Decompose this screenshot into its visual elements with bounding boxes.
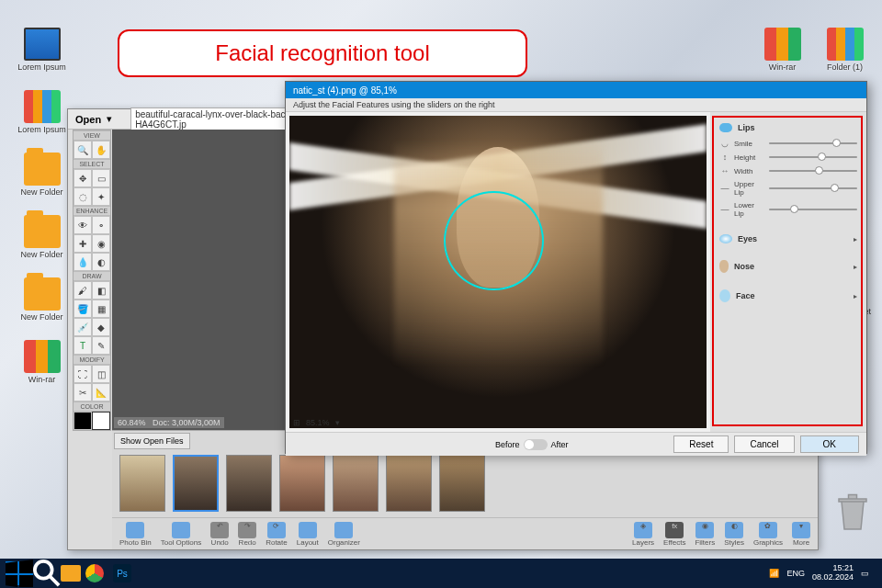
fill-tool-icon[interactable]: 🪣 bbox=[74, 300, 92, 318]
organizer-button[interactable]: Organizer bbox=[328, 522, 360, 547]
thumb[interactable] bbox=[119, 455, 165, 512]
cookie-tool-icon[interactable]: ✂ bbox=[74, 383, 92, 401]
nose-icon bbox=[719, 260, 729, 273]
thumb[interactable] bbox=[279, 455, 325, 512]
cancel-button[interactable]: Cancel bbox=[734, 435, 794, 453]
crop-tool-icon[interactable]: ⛶ bbox=[74, 365, 92, 383]
search-button[interactable] bbox=[33, 561, 61, 585]
text-tool-icon[interactable]: T bbox=[74, 336, 92, 355]
tray-wifi-icon[interactable]: 📶 bbox=[769, 569, 779, 578]
face-icon bbox=[719, 289, 730, 302]
undo-button[interactable]: ↶Undo bbox=[210, 522, 229, 547]
callout-text: Facial recognition tool bbox=[215, 40, 429, 66]
desktop-icon-winrar[interactable]: Win-rar bbox=[17, 340, 67, 384]
toolbox: VIEW 🔍✋ SELECT ✥▭ ◌✦ ENHANCE 👁⚬ ✚◉ 💧◐ DR… bbox=[73, 130, 111, 431]
start-button[interactable] bbox=[6, 561, 33, 585]
trash-icon[interactable] bbox=[836, 492, 869, 533]
sponge-tool-icon[interactable]: ◐ bbox=[92, 253, 110, 271]
redo-button[interactable]: ↷Redo bbox=[238, 522, 256, 547]
tool-options-button[interactable]: Tool Options bbox=[161, 522, 201, 547]
tooth-tool-icon[interactable]: ⚬ bbox=[92, 216, 110, 234]
photo-bin-button[interactable]: Photo Bin bbox=[119, 522, 152, 547]
eraser-tool-icon[interactable]: ◧ bbox=[92, 281, 110, 300]
eyes-icon bbox=[719, 234, 732, 243]
tray-date: 08.02.2024 bbox=[812, 573, 854, 582]
height-slider[interactable]: ↕Height bbox=[719, 153, 857, 162]
thumb[interactable] bbox=[386, 455, 432, 512]
chrome-button[interactable] bbox=[81, 561, 108, 585]
rotate-button[interactable]: ⟳Rotate bbox=[266, 522, 288, 547]
clone-tool-icon[interactable]: ◉ bbox=[92, 234, 110, 253]
move-tool-icon[interactable]: ✥ bbox=[74, 169, 92, 187]
thumb[interactable] bbox=[439, 455, 485, 512]
eye-tool-icon[interactable]: 👁 bbox=[74, 216, 92, 234]
toggle-icon[interactable] bbox=[524, 439, 548, 450]
desktop-icon-folder[interactable]: New Folder bbox=[17, 215, 67, 259]
lips-group-header[interactable]: Lips bbox=[719, 121, 857, 134]
desktop-icon-books[interactable]: Lorem Ipsum bbox=[17, 90, 67, 134]
face-group-header[interactable]: Face▸ bbox=[719, 288, 857, 304]
recompose-tool-icon[interactable]: ◫ bbox=[92, 365, 110, 383]
lasso-tool-icon[interactable]: ◌ bbox=[74, 187, 92, 206]
dialog-hint: Adjust the Facial Features using the sli… bbox=[286, 98, 866, 112]
zoom-tool-icon[interactable]: 🔍 bbox=[74, 141, 92, 159]
tray-notifications-icon[interactable]: ▭ bbox=[861, 569, 869, 578]
thumb-selected[interactable] bbox=[173, 455, 219, 512]
facial-dialog: natic_st (4).png @ 85,1% Adjust the Faci… bbox=[285, 81, 867, 454]
straighten-tool-icon[interactable]: 📐 bbox=[92, 383, 110, 401]
desktop-icon-winrar[interactable]: Win-rar bbox=[757, 28, 808, 72]
chevron-right-icon: ▸ bbox=[854, 263, 857, 271]
gradient-tool-icon[interactable]: ▦ bbox=[92, 300, 110, 318]
wand-tool-icon[interactable]: ✦ bbox=[92, 187, 110, 206]
thumb[interactable] bbox=[226, 455, 272, 512]
taskbar: Ps 📶 ENG 15:21 08.02.2024 ▭ bbox=[0, 559, 882, 588]
smile-slider[interactable]: ◡Smile bbox=[719, 139, 857, 148]
zoom-status: ⊞85.1%▾ bbox=[293, 418, 340, 427]
more-button[interactable]: ▾More bbox=[792, 522, 810, 547]
nose-group-header[interactable]: Nose▸ bbox=[719, 258, 857, 275]
lower-lip-slider[interactable]: —Lower Lip bbox=[719, 201, 857, 218]
desktop-icon-folder[interactable]: New Folder bbox=[17, 277, 67, 322]
chevron-right-icon: ▸ bbox=[854, 292, 857, 300]
picker-tool-icon[interactable]: 💉 bbox=[74, 318, 92, 336]
adjustments-panel: Lips ◡Smile ↕Height ↔Width —Upper Lip —L… bbox=[710, 112, 866, 432]
upper-lip-slider[interactable]: —Upper Lip bbox=[719, 180, 857, 197]
pencil-tool-icon[interactable]: ✎ bbox=[92, 336, 110, 355]
tray-lang[interactable]: ENG bbox=[786, 569, 805, 578]
show-files-dropdown[interactable]: Show Open Files bbox=[114, 433, 190, 449]
heal-tool-icon[interactable]: ✚ bbox=[74, 234, 92, 253]
styles-button[interactable]: ◐Styles bbox=[724, 522, 744, 547]
eyes-group-header[interactable]: Eyes▸ bbox=[719, 232, 857, 245]
layout-button[interactable]: Layout bbox=[297, 522, 319, 547]
before-after-toggle[interactable]: BeforeAfter bbox=[495, 439, 569, 450]
filters-button[interactable]: ◉Filters bbox=[695, 522, 715, 547]
callout-box: Facial recognition tool bbox=[118, 29, 527, 77]
thumbnails bbox=[112, 451, 818, 517]
brush-tool-icon[interactable]: 🖌 bbox=[74, 281, 92, 300]
blur-tool-icon[interactable]: 💧 bbox=[74, 253, 92, 271]
thumb[interactable] bbox=[333, 455, 379, 512]
open-menu[interactable]: Open bbox=[75, 114, 101, 125]
svg-point-0 bbox=[35, 561, 52, 579]
photo-preview[interactable] bbox=[289, 116, 707, 428]
ps-button[interactable]: Ps bbox=[108, 561, 136, 585]
ok-button[interactable]: OK bbox=[800, 435, 859, 453]
marquee-tool-icon[interactable]: ▭ bbox=[92, 169, 110, 187]
explorer-button[interactable] bbox=[61, 565, 81, 582]
effects-button[interactable]: fxEffects bbox=[663, 522, 685, 547]
lips-icon bbox=[719, 123, 732, 132]
face-detection-circle[interactable] bbox=[444, 191, 544, 291]
dialog-title: natic_st (4).png @ 85,1% bbox=[286, 82, 866, 98]
graphics-button[interactable]: ✿Graphics bbox=[753, 522, 783, 547]
width-slider[interactable]: ↔Width bbox=[719, 166, 857, 175]
layers-button[interactable]: ◈Layers bbox=[632, 522, 654, 547]
bg-color-icon[interactable] bbox=[92, 412, 110, 430]
shape-tool-icon[interactable]: ◆ bbox=[92, 318, 110, 336]
reset-button[interactable]: Reset bbox=[673, 435, 729, 453]
desktop-icon-books[interactable]: Folder (1) bbox=[820, 28, 870, 72]
fg-color-icon[interactable] bbox=[74, 412, 92, 430]
chevron-right-icon: ▸ bbox=[854, 235, 857, 243]
desktop-icon-monitor[interactable]: Lorem Ipsum bbox=[17, 28, 67, 72]
desktop-icon-folder[interactable]: New Folder bbox=[17, 153, 67, 197]
hand-tool-icon[interactable]: ✋ bbox=[92, 141, 110, 159]
